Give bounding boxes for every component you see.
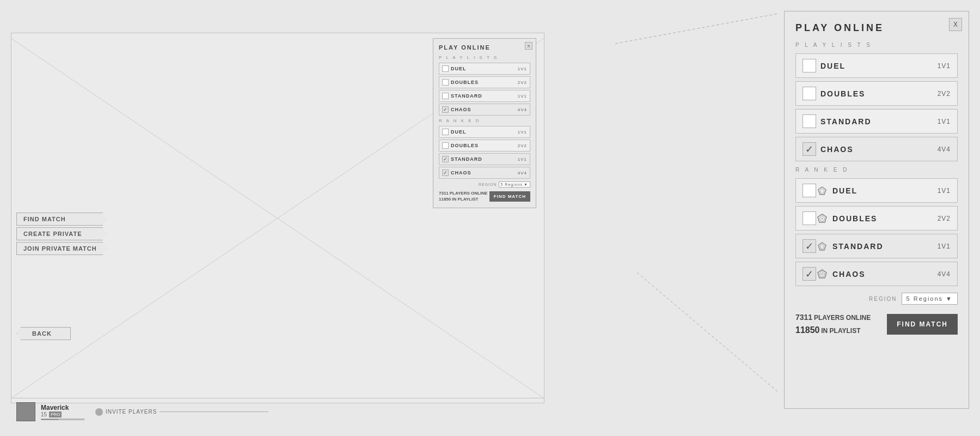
checkbox-ranked-chaos-small[interactable]: ✓ <box>442 169 449 176</box>
region-row-large: REGION 5 Regions ▼ <box>795 293 958 305</box>
avatar <box>16 402 35 421</box>
ranked-chaos-large[interactable]: ✓ CHAOS 4V4 <box>795 262 958 286</box>
ranked-duel-icon <box>816 185 828 197</box>
in-playlist-label-small: IN PLAYLIST <box>452 197 478 202</box>
region-label-large: REGION <box>869 296 897 302</box>
playlist-name-doubles-small: DOUBLES <box>451 80 518 85</box>
ranked-mode-standard-large: 1V1 <box>938 243 951 250</box>
ranked-mode-chaos-large: 4V4 <box>938 270 951 278</box>
checkbox-ranked-duel-small[interactable] <box>442 129 449 135</box>
playlist-chaos-small[interactable]: ✓ CHAOS 4V4 <box>439 104 530 116</box>
region-select-small[interactable]: 5 Regions ▼ <box>499 181 530 187</box>
ranked-label-large: R A N K E D <box>795 167 958 173</box>
ranked-name-duel-small: DUEL <box>451 129 518 135</box>
player-rank-badge: PRO <box>49 411 62 417</box>
ranked-name-doubles-small: DOUBLES <box>451 143 518 148</box>
back-button[interactable]: BACK <box>16 327 71 340</box>
ranked-doubles-large[interactable]: DOUBLES 2V2 <box>795 206 958 231</box>
join-private-button[interactable]: JOIN PRIVATE MATCH <box>16 242 107 255</box>
playlist-chaos-large[interactable]: ✓ CHAOS 4V4 <box>795 137 958 161</box>
ranked-standard-icon <box>816 240 828 252</box>
checkbox-standard-large[interactable] <box>803 114 816 128</box>
ranked-mode-chaos-small: 4V4 <box>518 171 527 175</box>
playlist-mode-duel-small: 1V1 <box>518 66 527 71</box>
create-private-button[interactable]: CREATE PRIVATE <box>16 227 107 240</box>
playlist-doubles-small[interactable]: DOUBLES 2V2 <box>439 76 530 88</box>
playlist-mode-chaos-large: 4V4 <box>938 146 951 153</box>
players-online-count-large: 7311 <box>795 313 812 322</box>
playlist-standard-large[interactable]: STANDARD 1V1 <box>795 109 958 134</box>
find-match-button[interactable]: FIND MATCH <box>16 213 107 226</box>
checkbox-chaos-large[interactable]: ✓ <box>803 142 816 156</box>
playlist-name-doubles-large: DOUBLES <box>820 89 938 98</box>
playlist-standard-small[interactable]: STANDARD 1V1 <box>439 90 530 102</box>
checkbox-ranked-doubles-large[interactable] <box>803 211 816 225</box>
checkbox-chaos-small[interactable]: ✓ <box>442 106 449 113</box>
playlists-label-small: P L A Y L I S T S <box>439 55 530 60</box>
ranked-doubles-icon <box>816 213 828 225</box>
ranked-name-duel-large: DUEL <box>832 186 938 195</box>
panel-large: X PLAY ONLINE P L A Y L I S T S DUEL 1V1… <box>784 11 969 409</box>
player-bar: Maverick 15 PRO INVITE PLAYERS <box>11 398 544 425</box>
checkbox-ranked-standard-large[interactable]: ✓ <box>803 239 816 253</box>
playlist-duel-large[interactable]: DUEL 1V1 <box>795 53 958 78</box>
stats-text-small: 7311 PLAYERS ONLINE 11850 IN PLAYLIST <box>439 190 487 202</box>
ranked-chaos-small[interactable]: ✓ CHAOS 4V4 <box>439 167 530 179</box>
ranked-mode-duel-large: 1V1 <box>938 187 951 195</box>
playlist-name-standard-large: STANDARD <box>820 117 938 126</box>
checkbox-ranked-standard-small[interactable]: ✓ <box>442 156 449 162</box>
playlist-mode-standard-small: 1V1 <box>518 94 527 99</box>
invite-line <box>160 411 268 412</box>
find-match-button-large[interactable]: FIND MATCH <box>887 314 958 335</box>
ranked-name-standard-small: STANDARD <box>451 156 518 162</box>
region-label-small: REGION <box>479 183 497 186</box>
player-level-number: 15 <box>41 411 47 417</box>
panel-title-large: PLAY ONLINE <box>795 22 958 34</box>
ranked-doubles-small[interactable]: DOUBLES 2V2 <box>439 140 530 152</box>
ranked-name-standard-large: STANDARD <box>832 242 938 251</box>
find-match-button-small[interactable]: FIND MATCH <box>489 191 530 202</box>
stats-row-small: 7311 PLAYERS ONLINE 11850 IN PLAYLIST FI… <box>439 190 530 202</box>
checkbox-duel-large[interactable] <box>803 59 816 72</box>
checkbox-ranked-doubles-small[interactable] <box>442 142 449 149</box>
playlist-name-standard-small: STANDARD <box>451 93 518 99</box>
checkbox-ranked-duel-large[interactable] <box>803 184 816 197</box>
playlist-name-duel-small: DUEL <box>451 66 518 71</box>
in-playlist-count-large: 11850 <box>795 325 820 335</box>
checkbox-doubles-small[interactable] <box>442 79 449 86</box>
region-select-large[interactable]: 5 Regions ▼ <box>902 293 958 305</box>
invite-circle-icon <box>95 408 103 416</box>
ranked-standard-large[interactable]: ✓ STANDARD 1V1 <box>795 234 958 258</box>
playlist-mode-chaos-small: 4V4 <box>518 107 527 112</box>
player-info: Maverick 15 PRO <box>41 404 84 420</box>
checkbox-duel-small[interactable] <box>442 65 449 72</box>
players-online-label-large: PLAYERS ONLINE <box>814 314 871 322</box>
ranked-name-chaos-large: CHAOS <box>832 270 938 278</box>
close-button-small[interactable]: X <box>525 42 532 50</box>
playlists-label-large: P L A Y L I S T S <box>795 42 958 48</box>
playlist-duel-small[interactable]: DUEL 1V1 <box>439 63 530 75</box>
ranked-mode-duel-small: 1V1 <box>518 130 527 135</box>
ranked-standard-small[interactable]: ✓ STANDARD 1V1 <box>439 153 530 165</box>
playlist-name-chaos-large: CHAOS <box>820 145 938 154</box>
ranked-chaos-icon <box>816 268 828 280</box>
region-value-large: 5 Regions <box>906 295 944 302</box>
invite-label: INVITE PLAYERS <box>106 409 157 415</box>
ranked-name-chaos-small: CHAOS <box>451 170 518 175</box>
xp-fill <box>41 419 58 420</box>
svg-point-11 <box>822 273 823 275</box>
playlist-name-chaos-small: CHAOS <box>451 107 518 112</box>
checkbox-standard-small[interactable] <box>442 93 449 99</box>
checkbox-ranked-chaos-large[interactable]: ✓ <box>803 267 816 281</box>
playlist-doubles-large[interactable]: DOUBLES 2V2 <box>795 81 958 106</box>
region-dropdown-icon-large: ▼ <box>946 295 953 302</box>
checkbox-doubles-large[interactable] <box>803 87 816 100</box>
close-button-large[interactable]: X <box>949 18 962 31</box>
ranked-duel-large[interactable]: DUEL 1V1 <box>795 178 958 203</box>
playlist-mode-duel-large: 1V1 <box>938 62 951 70</box>
players-online-count-small: 7311 <box>439 191 449 196</box>
ranked-duel-small[interactable]: DUEL 1V1 <box>439 126 530 138</box>
ranked-label-small: R A N K E D <box>439 118 530 123</box>
playlist-mode-doubles-large: 2V2 <box>938 90 951 98</box>
region-row-small: REGION 5 Regions ▼ <box>439 181 530 187</box>
